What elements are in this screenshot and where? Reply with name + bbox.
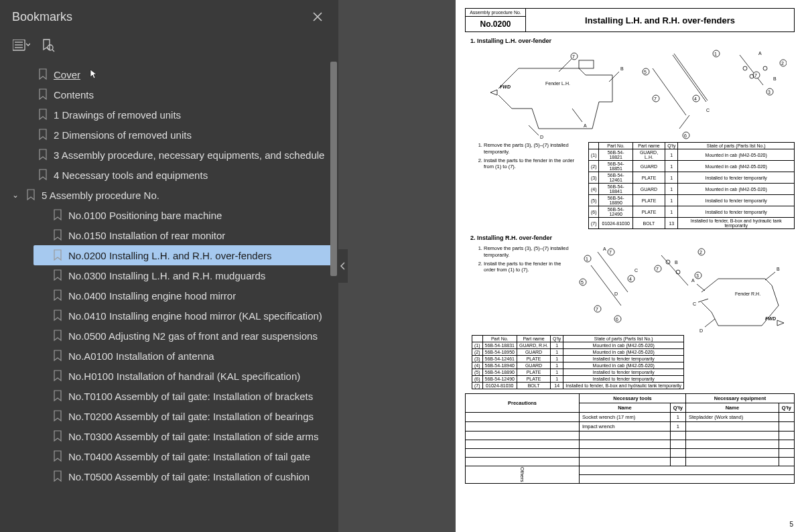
bookmark-item[interactable]: No.0100 Positioning bare machine (34, 205, 332, 225)
find-bookmark-icon[interactable] (39, 38, 58, 54)
bookmark-label: No.T0500 Assembly of tail gate: Installa… (68, 471, 310, 482)
bookmark-item[interactable]: 3 Assembly procedure, necessary equipmen… (19, 145, 332, 165)
bookmark-item[interactable]: No.T0200 Assembly of tail gate: Installa… (34, 406, 332, 426)
bookmark-item[interactable]: ⌄5 Assembly procedure No. (7, 185, 332, 205)
parts-table-1: Part No.Part nameQ'tyState of parts (Par… (588, 142, 795, 229)
bookmark-label: Contents (54, 89, 94, 101)
svg-text:D: D (614, 291, 618, 296)
svg-text:7: 7 (754, 73, 757, 78)
bookmark-label: No.0200 Installing L.H. and R.H. over-fe… (68, 250, 272, 261)
svg-rect-6 (579, 60, 594, 68)
svg-text:Fender R.H.: Fender R.H. (735, 291, 760, 296)
svg-line-12 (572, 109, 582, 122)
diagram-lh-fender: 7 B A D Fender L.H. FWD 1 5 4 7 6 C (478, 48, 787, 142)
svg-text:3: 3 (696, 273, 699, 278)
bookmark-label: No.0300 Installing L.H. and R.H. mudguar… (68, 270, 265, 281)
svg-text:B: B (675, 260, 678, 265)
bookmark-label: No.T0400 Assembly of tail gate: Installa… (68, 451, 310, 462)
bookmark-label: No.T0100 Assembly of tail gate: Installa… (68, 391, 313, 402)
bookmarks-title: Bookmarks (12, 10, 72, 24)
document-viewer[interactable]: Assembly procedure No. No.0200 Installin… (456, 0, 804, 532)
svg-text:4: 4 (629, 277, 632, 281)
bookmarks-panel: Bookmarks CoverContents1 Drawings of rem… (0, 0, 338, 532)
bookmark-label: No.0100 Positioning bare machine (68, 210, 222, 221)
bookmark-item[interactable]: No.0410 Installing engine hood mirror (K… (34, 306, 332, 326)
svg-text:A: A (691, 278, 695, 283)
bookmark-label: No.0400 Installing engine hood mirror (68, 290, 236, 302)
bookmark-item[interactable]: No.T0500 Assembly of tail gate: Installa… (34, 466, 332, 486)
bookmark-item[interactable]: No.T0100 Assembly of tail gate: Installa… (34, 386, 332, 406)
svg-text:7: 7 (654, 96, 657, 101)
svg-text:7: 7 (596, 307, 598, 312)
bookmark-label: No.0500 Adjusting N2 gas of front and re… (68, 330, 318, 342)
bookmarks-toolbar (0, 34, 338, 62)
bookmark-label: 1 Drawings of removed units (54, 109, 181, 121)
bookmark-item[interactable]: No.H0100 Installation of handrail (KAL s… (34, 366, 332, 386)
svg-point-45 (763, 66, 767, 70)
section-2-heading: 2. Installing R.H. over-fender (470, 235, 795, 241)
svg-line-76 (765, 272, 775, 280)
bookmark-item[interactable]: Contents (19, 84, 332, 105)
svg-text:FWD: FWD (765, 316, 776, 321)
bookmark-item[interactable]: Cover (19, 64, 332, 84)
bookmark-item[interactable]: No.0150 Installation of rear monitor (34, 225, 332, 245)
svg-text:D: D (540, 135, 543, 139)
page-title: Installing L.H. and R.H. over-fenders (526, 9, 794, 31)
svg-point-72 (676, 270, 680, 274)
bookmark-item[interactable]: No.0400 Installing engine hood mirror (34, 285, 332, 306)
diagram-rh-fender: 1 A 7 5 7 6 4 CD B 2 7 3 (578, 245, 785, 332)
bookmark-item[interactable]: No.T0300 Assembly of tail gate: Installa… (34, 426, 332, 446)
svg-text:5: 5 (644, 70, 647, 74)
bookmark-label: No.0150 Installation of rear monitor (68, 230, 225, 241)
svg-point-43 (743, 66, 747, 70)
proc-no-label: Assembly procedure No. (466, 9, 525, 17)
svg-text:A: A (758, 51, 762, 56)
svg-text:5: 5 (581, 280, 584, 285)
bookmark-item[interactable]: 2 Dimensions of removed units (19, 125, 332, 145)
svg-line-14 (529, 125, 539, 135)
svg-text:Fender L.H.: Fender L.H. (545, 81, 570, 86)
svg-line-80 (698, 299, 708, 302)
collapse-handle[interactable] (338, 249, 348, 283)
svg-line-7 (559, 58, 572, 72)
bookmark-item[interactable]: No.0200 Installing L.H. and R.H. over-fe… (34, 245, 332, 265)
bookmark-label: No.T0300 Assembly of tail gate: Installa… (68, 431, 319, 442)
bookmark-label: No.T0200 Assembly of tail gate: Installa… (68, 411, 314, 422)
svg-text:B: B (777, 267, 780, 271)
bookmark-tree[interactable]: CoverContents1 Drawings of removed units… (0, 62, 338, 532)
chevron-down-icon[interactable]: ⌄ (11, 190, 20, 200)
scrollbar-thumb[interactable] (330, 62, 337, 276)
proc-no: No.0200 (466, 17, 525, 31)
bookmark-item[interactable]: No.T0400 Assembly of tail gate: Installa… (34, 446, 332, 466)
svg-text:1: 1 (714, 52, 717, 56)
bookmark-label: No.0410 Installing engine hood mirror (K… (68, 310, 322, 322)
svg-text:A: A (603, 247, 606, 251)
section-2-steps: Remove the parts (3), (5)–(7) installed … (465, 245, 572, 332)
close-icon[interactable] (309, 8, 326, 25)
section-1-steps: Remove the parts (3), (5)–(7) installed … (465, 142, 583, 229)
svg-point-71 (666, 260, 670, 264)
pdf-page: Assembly procedure No. No.0200 Installin… (456, 0, 804, 532)
bookmark-item[interactable]: No.A0100 Installation of antenna (34, 346, 332, 366)
bookmark-item[interactable]: 1 Drawings of removed units (19, 105, 332, 125)
bookmark-label: No.H0100 Installation of handrail (KAL s… (68, 371, 300, 382)
svg-line-78 (697, 284, 705, 291)
svg-line-82 (705, 319, 715, 327)
bookmark-item[interactable]: 4 Necessary tools and equipments (19, 165, 332, 185)
svg-text:D: D (699, 328, 703, 332)
svg-marker-18 (490, 90, 497, 95)
svg-text:2: 2 (781, 61, 784, 66)
bookmark-label: Cover (54, 69, 80, 80)
scrollbar[interactable] (330, 62, 337, 525)
bookmark-label: 3 Assembly procedure, necessary equipmen… (54, 149, 324, 161)
svg-text:1: 1 (586, 257, 588, 261)
svg-line-62 (591, 265, 621, 306)
svg-line-19 (673, 55, 706, 102)
bookmark-item[interactable]: No.0300 Installing L.H. and R.H. mudguar… (34, 265, 332, 285)
bookmark-item[interactable]: No.0500 Adjusting N2 gas of front and re… (34, 326, 332, 346)
svg-text:6: 6 (684, 133, 687, 138)
svg-text:C: C (706, 108, 710, 113)
svg-text:B: B (773, 76, 777, 81)
page-number: 5 (789, 521, 793, 528)
options-icon[interactable] (12, 38, 31, 54)
